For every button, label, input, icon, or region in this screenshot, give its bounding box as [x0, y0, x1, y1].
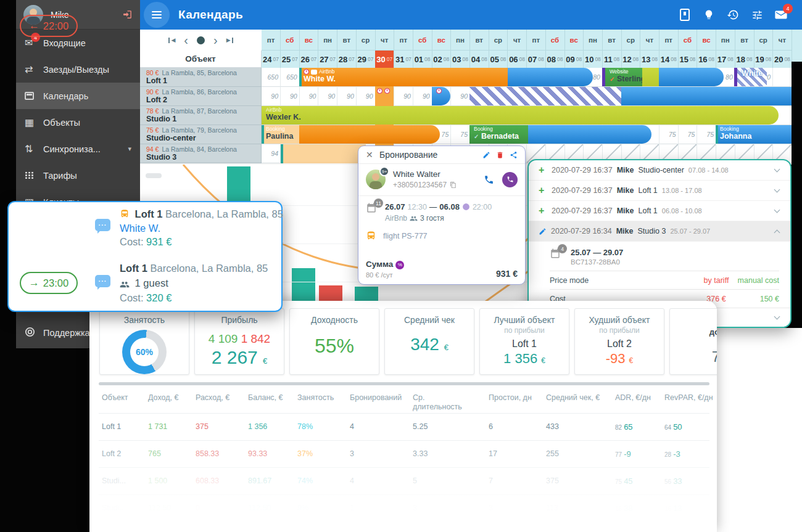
- edit-pencil-icon[interactable]: [482, 151, 490, 159]
- day-column-24-07[interactable]: пт2407: [262, 30, 281, 68]
- day-column-01-08[interactable]: сб0108: [413, 30, 432, 68]
- day-number[interactable]: 1808: [735, 51, 754, 68]
- day-column-15-08[interactable]: сб1508: [678, 30, 697, 68]
- booking-center-paulina[interactable]: Booking Paulina: [262, 125, 299, 144]
- booking-center-orange[interactable]: [299, 125, 440, 144]
- object-cell-loft-2[interactable]: 90 €La Rambla, 86, BarcelonaLoft 2: [140, 87, 262, 106]
- chat-icon[interactable]: ···: [95, 219, 110, 231]
- close-icon[interactable]: ✕: [366, 150, 379, 160]
- nav-prev-icon[interactable]: ‹: [184, 34, 188, 46]
- day-number[interactable]: 1108: [603, 51, 621, 68]
- chevron-down-icon[interactable]: [774, 207, 780, 213]
- booking-studio3[interactable]: [281, 144, 366, 163]
- stat-card-avg-check[interactable]: Средний чек 342 €: [384, 308, 474, 375]
- nav-first-icon[interactable]: ◀: [168, 38, 175, 43]
- day-number[interactable]: 0108: [413, 51, 432, 68]
- day-column-12-08[interactable]: ср1208: [621, 30, 640, 68]
- calendar-cell[interactable]: 90: [357, 87, 376, 106]
- call-phone-icon[interactable]: [484, 174, 494, 185]
- day-column-16-08[interactable]: вс1608: [697, 30, 716, 68]
- stat-card-profit[interactable]: Прибыль 4 109 1 842 2 267 €: [194, 308, 284, 375]
- sidebar-item-5[interactable]: ⇅Синхрониза...▾: [16, 136, 140, 162]
- day-column-29-07[interactable]: ср2907: [357, 30, 376, 68]
- booking-loft1-sterling[interactable]: Website ✓ Sterling: [605, 68, 642, 86]
- day-column-06-08[interactable]: чт0608: [508, 30, 527, 68]
- stat-card-profitability[interactable]: Доходность 55%: [289, 308, 379, 375]
- chevron-down-icon[interactable]: [774, 187, 780, 193]
- calendar-cell[interactable]: 90: [299, 87, 318, 106]
- calendar-cell[interactable]: 75: [451, 125, 470, 144]
- log-row-3[interactable]: +2020-07-29 16:37MikeLoft 106.08 - 10.08: [529, 201, 790, 221]
- day-column-08-08[interactable]: сб0808: [546, 30, 565, 68]
- chat-icon[interactable]: ···: [95, 275, 110, 287]
- checkin-time-pill[interactable]: ←22:00: [20, 15, 78, 37]
- booking-center-bernadeta[interactable]: Booking ✓ Bernadeta: [469, 125, 528, 144]
- day-column-30-07[interactable]: чт3007: [375, 30, 394, 68]
- stat-card-best-object[interactable]: Лучший объект по прибыли Loft 1 1 356 €: [479, 308, 569, 375]
- nav-today-icon[interactable]: [197, 36, 205, 44]
- day-column-02-08[interactable]: вс0208: [432, 30, 451, 68]
- chevron-up-icon[interactable]: [774, 229, 780, 235]
- calendar-cell[interactable]: 90: [262, 87, 281, 106]
- booking-center-blue[interactable]: [528, 125, 651, 144]
- mail-icon[interactable]: 4: [774, 7, 788, 22]
- calendar-cell[interactable]: 75: [659, 125, 679, 144]
- object-cell-studio-center[interactable]: 75 €La Rambla, 79, BarcelonaStudio-cente…: [140, 125, 262, 144]
- day-column-20-08[interactable]: чт2008: [773, 30, 792, 68]
- sidebar-item-3[interactable]: Календарь: [16, 83, 140, 109]
- nav-next-icon[interactable]: ›: [213, 34, 218, 46]
- stat-card-occupancy[interactable]: Занятость 60%: [99, 308, 189, 375]
- booking-segment[interactable]: [642, 68, 659, 86]
- idea-lightbulb-icon[interactable]: [701, 7, 716, 22]
- day-column-10-08[interactable]: пн1008: [584, 30, 603, 68]
- calendar-cell[interactable]: 90: [281, 87, 300, 106]
- booking-studio1-wexler[interactable]: AirBnb Wexler K.: [262, 106, 779, 125]
- hamburger-menu-button[interactable]: [144, 2, 170, 28]
- chevron-down-icon[interactable]: ▾: [128, 145, 131, 153]
- chevron-down-icon[interactable]: [774, 166, 780, 173]
- day-column-18-08[interactable]: вт1808: [735, 30, 754, 68]
- booking-loft1-blue[interactable]: [508, 68, 593, 86]
- day-number[interactable]: 2807: [337, 51, 356, 68]
- day-number[interactable]: 1708: [716, 51, 735, 68]
- day-number[interactable]: 2707: [318, 51, 337, 68]
- calendar-cell[interactable]: 75: [678, 125, 697, 144]
- day-number[interactable]: 0908: [564, 51, 583, 68]
- log-row-1[interactable]: +2020-07-29 16:37MikeStudio-center07.08 …: [529, 160, 790, 181]
- day-number[interactable]: 2407: [262, 51, 280, 68]
- log-row-2[interactable]: +2020-07-29 16:37MikeLoft 113.08 - 17.08: [529, 181, 790, 201]
- calendar-cell[interactable]: 650: [262, 68, 281, 87]
- stat-card-adr[interactable]: ADR доход при 7041: [669, 308, 717, 375]
- booking-loft2-striped[interactable]: [469, 87, 621, 105]
- day-number[interactable]: 2008: [773, 51, 792, 68]
- day-column-05-08[interactable]: ср0508: [489, 30, 508, 68]
- sidebar-item-4[interactable]: ▦Объекты: [16, 109, 140, 136]
- booking-loft1-blue2[interactable]: [659, 68, 724, 86]
- checkout-time-pill[interactable]: →23:00: [20, 272, 78, 294]
- stat-card-worst-object[interactable]: Худший объект по прибыли Loft 2 -93 €: [574, 308, 664, 375]
- day-column-31-07[interactable]: пт3107: [394, 30, 413, 68]
- day-number[interactable]: 1408: [659, 51, 678, 68]
- mobile-app-icon[interactable]: [677, 7, 692, 22]
- day-number[interactable]: 2607: [299, 51, 318, 68]
- day-column-09-08[interactable]: вс0908: [564, 30, 584, 68]
- filters-tune-icon[interactable]: [750, 7, 764, 22]
- day-column-13-08[interactable]: чт1308: [640, 30, 659, 68]
- log-row-4[interactable]: 2020-07-29 16:34MikeStudio 325.07 - 29.0…: [529, 221, 790, 242]
- calendar-cell[interactable]: 90: [318, 87, 337, 106]
- booking-loft2-short[interactable]: [432, 87, 450, 105]
- sidebar-item-2[interactable]: ⇄Заезды/Выезды: [16, 56, 140, 83]
- day-number[interactable]: 2907: [357, 51, 375, 68]
- day-number[interactable]: 0608: [508, 51, 526, 68]
- share-icon[interactable]: [510, 151, 518, 159]
- discount-icon[interactable]: %: [395, 261, 404, 269]
- object-cell-studio-3[interactable]: 94 €La Rambla, 84, BarcelonaStudio 3: [140, 144, 262, 163]
- calendar-cell[interactable]: [773, 68, 792, 87]
- booking-loft2-blue[interactable]: [621, 87, 802, 105]
- calendar-cell[interactable]: 94: [262, 144, 281, 163]
- day-column-04-08[interactable]: вт0408: [470, 30, 489, 68]
- schedule-line-guest[interactable]: White W.: [120, 223, 160, 234]
- object-cell-studio-1[interactable]: 78 €La Rambla, 87, BarcelonaStudio 1: [140, 106, 262, 125]
- day-number[interactable]: 1608: [697, 51, 716, 68]
- day-number[interactable]: 0408: [470, 51, 489, 68]
